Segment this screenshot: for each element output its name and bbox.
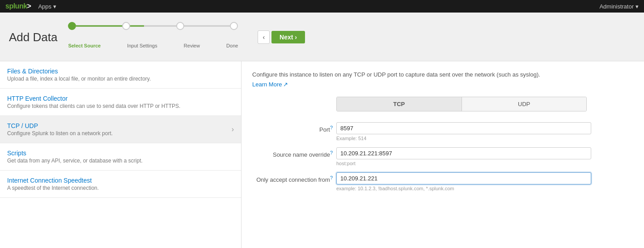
source-name-label: Source name override? [252,147,333,158]
admin-chevron-icon: ▾ [636,3,639,10]
page-header: Add Data Select Source Input Settings Re… [0,13,644,61]
port-row: Port? Example: 514 [252,122,633,141]
connection-from-label: Only accept connection from? [252,172,333,183]
apps-menu[interactable]: Apps ▾ [38,3,56,10]
sidebar-item-files-title: Files & Directories [7,68,234,75]
content-description: Configure this instance to listen on any… [252,70,633,79]
apps-chevron-icon: ▾ [53,3,56,10]
wizard-step-2 [122,22,130,30]
sidebar-item-scripts[interactable]: Scripts Get data from any API, service, … [0,143,241,171]
learn-more-link[interactable]: Learn More ↗ [252,81,288,88]
wizard-step-4 [230,22,238,30]
source-name-hint: host:port [336,161,591,166]
port-tooltip-icon[interactable]: ? [330,125,333,130]
wizard-step-3 [176,22,184,30]
port-input[interactable] [336,122,591,134]
top-nav: splunk> Apps ▾ Administrator ▾ [0,0,644,13]
wizard-nav-buttons: ‹ Next › [258,30,305,44]
sidebar-item-speedtest-title: Internet Connection Speedtest [7,177,234,184]
port-label: Port? [252,122,333,133]
splunk-logo: splunk> [5,2,31,10]
source-name-input[interactable] [336,147,591,159]
sidebar-item-scripts-desc: Get data from any API, service, or datab… [7,158,234,164]
apps-label: Apps [38,3,51,10]
next-button[interactable]: Next › [271,31,305,43]
sidebar-item-speedtest-desc: A speedtest of the Internet connection. [7,185,234,191]
source-name-tooltip-icon[interactable]: ? [330,150,333,155]
connection-from-input[interactable] [336,172,591,184]
learn-more-label: Learn More [252,81,282,88]
wizard-track [68,18,238,34]
sidebar-item-http-desc: Configure tokens that clients can use to… [7,103,234,109]
wizard-label-3: Review [184,43,200,48]
learn-more-icon: ↗ [283,81,288,88]
tcp-toggle-button[interactable]: TCP [337,97,462,111]
source-name-row: Source name override? host:port [252,147,633,166]
wizard-label-4: Done [226,43,238,48]
connection-from-row: Only accept connection from? example: 10… [252,172,633,191]
sidebar-item-tcp-desc: Configure Splunk to listen on a network … [7,130,232,137]
udp-toggle-button[interactable]: UDP [462,97,587,111]
connection-from-tooltip-icon[interactable]: ? [330,175,333,180]
sidebar-item-speedtest[interactable]: Internet Connection Speedtest A speedtes… [0,171,241,198]
sidebar-item-tcp[interactable]: TCP / UDP Configure Splunk to listen on … [0,116,241,143]
sidebar-item-tcp-title: TCP / UDP [7,122,232,129]
connection-from-hint: example: 10.1.2.3, !badhost.splunk.com, … [336,186,591,191]
sidebar-item-files-desc: Upload a file, index a local file, or mo… [7,76,234,82]
sidebar-item-http-title: HTTP Event Collector [7,95,234,102]
page-title: Add Data [9,30,57,44]
wizard-step-1 [68,22,76,30]
sidebar: Files & Directories Upload a file, index… [0,61,242,248]
wizard-label-2: Input Settings [127,43,157,48]
protocol-toggle: TCP UDP [336,97,587,111]
admin-menu[interactable]: Administrator ▾ [599,3,639,10]
prev-button[interactable]: ‹ [258,30,270,44]
wizard-label-1: Select Source [68,43,101,48]
sidebar-chevron-icon: › [232,125,234,133]
main-layout: Files & Directories Upload a file, index… [0,61,644,248]
sidebar-item-http[interactable]: HTTP Event Collector Configure tokens th… [0,89,241,116]
content-area: Configure this instance to listen on any… [242,61,644,248]
wizard-steps [68,18,238,34]
port-hint: Example: 514 [336,136,591,141]
wizard: Select Source Input Settings Review Done [68,18,238,48]
admin-label: Administrator [599,3,634,10]
sidebar-item-files[interactable]: Files & Directories Upload a file, index… [0,61,241,89]
sidebar-item-scripts-title: Scripts [7,150,234,157]
